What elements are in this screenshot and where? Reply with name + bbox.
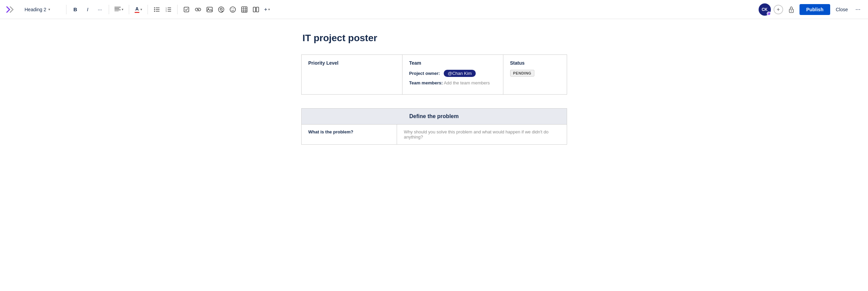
- insert-more-chevron-icon: ▾: [268, 7, 270, 11]
- info-table: Priority Level Team Project owner: @Chan…: [301, 54, 567, 95]
- divider-4: [148, 5, 148, 14]
- svg-point-23: [232, 9, 232, 9]
- table-icon: [241, 6, 247, 13]
- link-icon: [195, 7, 201, 12]
- svg-point-24: [233, 9, 234, 9]
- toolbar: Heading 2 ▾ B I ··· ▾ A ▾: [0, 0, 868, 19]
- svg-rect-30: [253, 7, 256, 12]
- add-collaborator-button[interactable]: +: [774, 5, 783, 14]
- italic-button[interactable]: I: [82, 4, 93, 15]
- columns-button[interactable]: [250, 4, 261, 15]
- define-question-cell: What is the problem?: [301, 125, 397, 145]
- lock-icon: [788, 6, 794, 13]
- more-format-button[interactable]: ···: [94, 4, 105, 15]
- define-body-row: What is the problem? Why should you solv…: [301, 125, 567, 145]
- image-button[interactable]: [204, 4, 215, 15]
- insert-buttons: + ▾: [181, 4, 272, 15]
- define-answer-cell[interactable]: Why should you solve this problem and wh…: [397, 125, 567, 145]
- svg-text:3.: 3.: [166, 10, 167, 12]
- app-logo[interactable]: [5, 4, 16, 15]
- team-members-row: Team members: Add the team members: [409, 80, 496, 85]
- heading-selector-label: Heading 2: [25, 7, 46, 12]
- align-chevron-icon: ▾: [122, 7, 123, 11]
- priority-cell: Priority Level: [301, 55, 402, 95]
- align-icon: [115, 6, 121, 12]
- avatar-initials: CK: [762, 7, 767, 12]
- publish-button[interactable]: Publish: [800, 4, 831, 15]
- bullet-list-button[interactable]: [151, 4, 162, 15]
- svg-point-4: [154, 7, 155, 8]
- define-problem-table: Define the problem What is the problem? …: [301, 108, 567, 145]
- svg-point-33: [791, 10, 792, 11]
- define-question-label: What is the problem?: [308, 129, 353, 134]
- bold-button[interactable]: B: [70, 4, 81, 15]
- document-content: IT project poster Priority Level Team Pr…: [281, 19, 588, 158]
- define-header-cell: Define the problem: [301, 109, 567, 125]
- document-title[interactable]: IT project poster: [301, 33, 567, 44]
- avatar[interactable]: CK C: [759, 3, 771, 16]
- svg-rect-25: [242, 7, 247, 12]
- define-header-text: Define the problem: [409, 113, 459, 119]
- numbered-list-icon: 1. 2. 3.: [166, 7, 171, 12]
- toolbar-right: CK C + Publish Close ···: [759, 3, 863, 16]
- text-color-button[interactable]: A ▾: [133, 4, 144, 15]
- task-icon: [184, 7, 189, 12]
- chevron-down-icon: ▾: [48, 7, 50, 11]
- task-button[interactable]: [181, 4, 192, 15]
- team-members-label: Team members:: [409, 80, 443, 85]
- status-badge[interactable]: PENDING: [510, 70, 535, 77]
- status-header: Status: [510, 60, 560, 66]
- numbered-list-button[interactable]: 1. 2. 3.: [163, 4, 174, 15]
- close-button[interactable]: Close: [833, 4, 851, 15]
- svg-rect-18: [207, 7, 212, 12]
- svg-point-6: [154, 9, 155, 10]
- image-icon: [207, 7, 213, 12]
- team-cell: Team Project owner: @Chan Kim Team membe…: [402, 55, 503, 95]
- more-options-button[interactable]: ···: [853, 4, 863, 14]
- divider-5: [177, 5, 178, 14]
- emoji-icon: [230, 6, 236, 13]
- project-owner-label: Project owner:: [409, 71, 440, 76]
- divider-2: [109, 5, 109, 14]
- svg-rect-16: [184, 7, 189, 12]
- define-answer-placeholder: Why should you solve this problem and wh…: [404, 129, 549, 140]
- project-owner-mention[interactable]: @Chan Kim: [444, 70, 476, 77]
- emoji-button[interactable]: [227, 4, 238, 15]
- status-cell: Status PENDING: [503, 55, 567, 95]
- add-icon: +: [777, 6, 780, 13]
- team-members-placeholder[interactable]: Add the team members: [444, 80, 490, 85]
- insert-more-button[interactable]: + ▾: [262, 4, 272, 15]
- svg-rect-31: [256, 7, 259, 12]
- table-button[interactable]: [239, 4, 250, 15]
- mention-button[interactable]: [216, 4, 227, 15]
- priority-header: Priority Level: [308, 60, 395, 66]
- mention-icon: [218, 6, 224, 13]
- define-header-row: Define the problem: [301, 109, 567, 125]
- svg-point-21: [220, 8, 222, 10]
- plus-icon: +: [264, 7, 267, 12]
- divider-1: [66, 5, 66, 14]
- svg-point-20: [218, 7, 224, 12]
- list-buttons: 1. 2. 3.: [151, 4, 174, 15]
- divider-3: [129, 5, 129, 14]
- lock-button[interactable]: [786, 4, 797, 15]
- align-button[interactable]: ▾: [112, 4, 125, 15]
- text-color-chevron-icon: ▾: [140, 7, 142, 11]
- svg-point-8: [154, 11, 155, 12]
- project-owner-row: Project owner: @Chan Kim: [409, 70, 496, 77]
- heading-selector[interactable]: Heading 2 ▾: [22, 5, 63, 14]
- bullet-list-icon: [154, 7, 159, 12]
- text-color-icon: A: [135, 6, 139, 13]
- team-header: Team: [409, 60, 496, 66]
- link-button[interactable]: [193, 4, 203, 15]
- columns-icon: [253, 7, 259, 12]
- svg-point-22: [230, 7, 235, 12]
- avatar-status-dot: C: [767, 12, 771, 16]
